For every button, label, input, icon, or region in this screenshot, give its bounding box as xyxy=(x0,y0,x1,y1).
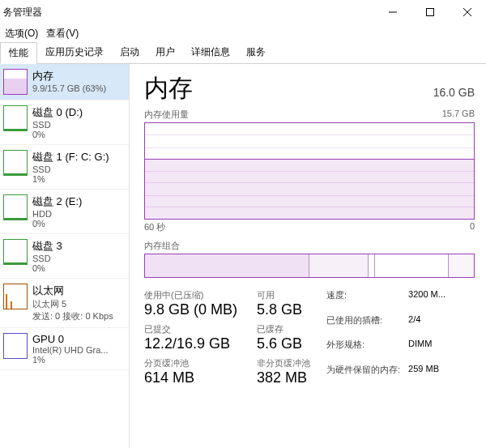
axis-left: 60 秒 xyxy=(144,221,165,233)
sidebar-item-sub: HDD xyxy=(32,209,82,219)
sidebar-item-pct: 1% xyxy=(32,355,109,365)
sidebar-item-disk3[interactable]: 磁盘 3 SSD 0% xyxy=(0,234,129,279)
gpu-thumb-icon xyxy=(3,333,28,359)
detail-pane: 内存 16.0 GB 内存使用量 15.7 GB 60 秒 0 内存组合 使用中 xyxy=(130,64,486,448)
reserved-value: 259 MB xyxy=(408,364,446,387)
svg-rect-1 xyxy=(427,9,434,16)
tab-details[interactable]: 详细信息 xyxy=(183,42,238,63)
window-title: 务管理器 xyxy=(3,6,42,19)
menu-view[interactable]: 查看(V) xyxy=(46,27,79,41)
sidebar-item-disk0[interactable]: 磁盘 0 (D:) SSD 0% xyxy=(0,100,129,145)
memory-usage-chart[interactable] xyxy=(144,122,475,220)
speed-value: 3200 M... xyxy=(408,289,446,313)
sidebar-item-label: 以太网 xyxy=(32,284,113,298)
sidebar: 内存 9.9/15.7 GB (63%) 磁盘 0 (D:) SSD 0% 磁盘… xyxy=(0,64,130,448)
memory-total: 16.0 GB xyxy=(433,86,475,99)
sidebar-item-label: 磁盘 3 xyxy=(32,239,62,254)
sidebar-item-pct: 0% xyxy=(32,263,62,273)
minimize-button[interactable] xyxy=(374,0,411,24)
in-use-label: 使用中(已压缩) xyxy=(144,289,237,301)
sidebar-item-gpu0[interactable]: GPU 0 Intel(R) UHD Gra... 1% xyxy=(0,328,129,370)
stats-right: 速度: 3200 M... 已使用的插槽: 2/4 外形规格: DIMM 为硬件… xyxy=(326,289,446,386)
axis-right: 0 xyxy=(470,221,475,233)
sidebar-item-pct: 0% xyxy=(32,130,83,139)
window-controls xyxy=(374,0,486,24)
sidebar-item-pct: 0% xyxy=(32,219,82,228)
slots-label: 已使用的插槽: xyxy=(326,314,400,338)
maximize-button[interactable] xyxy=(411,0,449,24)
sidebar-item-label: 磁盘 0 (D:) xyxy=(32,105,83,120)
sidebar-item-sub: SSD xyxy=(32,120,83,130)
sidebar-item-sub: SSD xyxy=(32,254,62,263)
stats-left: 使用中(已压缩) 9.8 GB (0 MB) 可用 5.8 GB 已提交 12.… xyxy=(144,289,310,386)
memory-thumb-icon xyxy=(3,69,28,95)
sidebar-item-memory[interactable]: 内存 9.9/15.7 GB (63%) xyxy=(0,64,129,100)
sidebar-item-disk1[interactable]: 磁盘 1 (F: C: G:) SSD 1% xyxy=(0,145,129,190)
memory-composition-chart[interactable] xyxy=(144,254,475,278)
sidebar-item-label: GPU 0 xyxy=(32,333,109,345)
network-thumb-icon xyxy=(3,284,28,309)
sidebar-item-pct: 1% xyxy=(32,174,109,184)
nonpaged-label: 非分页缓冲池 xyxy=(257,357,310,369)
page-title: 内存 xyxy=(144,72,193,105)
menubar: 选项(O) 查看(V) xyxy=(0,24,486,42)
disk-thumb-icon xyxy=(3,150,28,176)
tab-history[interactable]: 应用历史记录 xyxy=(37,42,112,63)
composition-label: 内存组合 xyxy=(144,240,475,252)
committed-label: 已提交 xyxy=(144,323,237,335)
sidebar-item-disk2[interactable]: 磁盘 2 (E:) HDD 0% xyxy=(0,190,129,234)
tab-services[interactable]: 服务 xyxy=(238,42,274,63)
reserved-label: 为硬件保留的内存: xyxy=(326,364,400,387)
menu-options[interactable]: 选项(O) xyxy=(5,27,38,41)
tabs: 性能 应用历史记录 启动 用户 详细信息 服务 xyxy=(0,42,486,64)
sidebar-item-sub: Intel(R) UHD Gra... xyxy=(32,345,109,355)
sidebar-item-label: 内存 xyxy=(32,69,106,83)
slots-value: 2/4 xyxy=(408,314,446,338)
cached-value: 5.6 GB xyxy=(257,335,310,352)
sidebar-item-sub: SSD xyxy=(32,164,109,174)
disk-thumb-icon xyxy=(3,194,28,220)
sidebar-item-sub: 以太网 5 xyxy=(32,298,113,310)
available-label: 可用 xyxy=(257,289,310,301)
paged-value: 614 MB xyxy=(144,369,237,386)
cached-label: 已缓存 xyxy=(257,323,310,335)
speed-label: 速度: xyxy=(326,289,400,313)
paged-label: 分页缓冲池 xyxy=(144,357,237,369)
sidebar-item-sub: 9.9/15.7 GB (63%) xyxy=(32,83,106,93)
tab-startup[interactable]: 启动 xyxy=(112,42,147,63)
form-value: DIMM xyxy=(408,339,446,362)
tab-performance[interactable]: 性能 xyxy=(0,42,37,64)
sidebar-item-label: 磁盘 2 (E:) xyxy=(32,194,82,209)
available-value: 5.8 GB xyxy=(257,301,310,318)
sidebar-item-label: 磁盘 1 (F: C: G:) xyxy=(32,150,109,164)
in-use-value: 9.8 GB (0 MB) xyxy=(144,301,237,318)
form-label: 外形规格: xyxy=(326,339,400,362)
disk-thumb-icon xyxy=(3,105,28,131)
committed-value: 12.2/16.9 GB xyxy=(144,335,237,352)
sidebar-item-pct: 发送: 0 接收: 0 Kbps xyxy=(32,310,113,322)
disk-thumb-icon xyxy=(3,239,28,265)
usage-label: 内存使用量 xyxy=(144,109,189,121)
usage-max: 15.7 GB xyxy=(442,109,475,121)
tab-users[interactable]: 用户 xyxy=(147,42,183,63)
nonpaged-value: 382 MB xyxy=(257,369,310,386)
close-button[interactable] xyxy=(449,0,486,24)
sidebar-item-ethernet[interactable]: 以太网 以太网 5 发送: 0 接收: 0 Kbps xyxy=(0,279,129,328)
